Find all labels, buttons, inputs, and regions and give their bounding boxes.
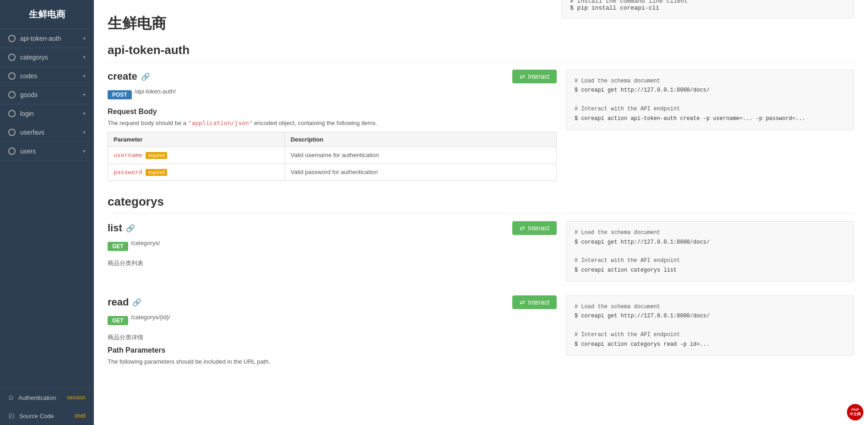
endpoint-path-text-read: /categorys/{id}/	[131, 314, 170, 321]
json-type: "application/json"	[188, 120, 253, 126]
code-icon: ⟨/⟩	[8, 412, 15, 420]
endpoint-title-list: list 🔗	[108, 222, 135, 234]
nav-circle-icon	[8, 147, 16, 155]
bottom-item-badge: shell	[74, 413, 86, 419]
interact-label: Interact	[528, 299, 549, 306]
param-row: password required Valid password for aut…	[108, 164, 557, 181]
nav-circle-icon	[8, 91, 16, 98]
code-line: $ coreapi action api-token-auth create -…	[575, 114, 846, 123]
sidebar-item-codes[interactable]: codes ▾	[0, 67, 94, 86]
param-name-cell: password required	[108, 164, 285, 181]
person-icon: ⊙	[8, 394, 14, 401]
install-box: # Install the command line client $ pip …	[561, 0, 854, 18]
endpoint-left-list: list 🔗⇄Interact GET /categorys/ 商品分类列表	[108, 221, 557, 282]
endpoint-path-text-list: /categorys/	[131, 240, 160, 246]
endpoint-path-text-create: /api-token-auth/	[135, 88, 176, 95]
chevron-down-icon: ▾	[83, 148, 86, 154]
code-line: $ coreapi get http://127.0.0.1:8000/docs…	[575, 238, 846, 247]
sidebar-item-userfavs[interactable]: userfavs ▾	[0, 123, 94, 142]
bottom-item-label: Source Code	[19, 413, 54, 420]
sections-container: api-token-authcreate 🔗⇄Interact POST /ap…	[108, 43, 854, 370]
param-desc-cell: Valid username for authentication	[285, 147, 556, 164]
endpoint-read: read 🔗⇄Interact GET /categorys/{id}/ 商品分…	[108, 295, 854, 370]
nav-item-label: goods	[20, 91, 38, 98]
endpoint-right-list: # Load the schema document$ coreapi get …	[566, 221, 854, 282]
interact-label: Interact	[528, 224, 549, 232]
param-name: username	[114, 152, 142, 158]
sidebar-item-api-token-auth[interactable]: api-token-auth ▾	[0, 29, 94, 48]
code-line: $ coreapi action categorys list	[575, 266, 846, 275]
code-line: # Interact with the API endpoint	[575, 330, 846, 339]
nav-circle-icon	[8, 129, 16, 136]
bottom-item-label: Authentication	[18, 394, 56, 401]
nav-item-label: login	[20, 110, 34, 117]
method-badge-read: GET	[108, 316, 128, 325]
chevron-down-icon: ▾	[83, 73, 86, 79]
code-line: # Load the schema document	[575, 228, 846, 237]
path-params-title: Path Parameters	[108, 346, 557, 354]
request-body-title: Request Body	[108, 108, 557, 116]
nav-item-label: categorys	[20, 54, 48, 61]
link-icon: 🔗	[141, 72, 150, 81]
link-icon: 🔗	[132, 298, 141, 307]
endpoint-header-read: read 🔗⇄Interact	[108, 295, 557, 309]
endpoint-header-list: list 🔗⇄Interact	[108, 221, 557, 235]
sidebar-title: 生鲜电商	[0, 0, 94, 29]
params-table-create: Parameter Description username required …	[108, 132, 557, 181]
sidebar-item-users[interactable]: users ▾	[0, 142, 94, 161]
chevron-down-icon: ▾	[83, 54, 86, 60]
endpoint-list: list 🔗⇄Interact GET /categorys/ 商品分类列表# …	[108, 221, 854, 282]
endpoint-path-row-list: GET /categorys/	[108, 240, 557, 253]
chevron-down-icon: ▾	[83, 129, 86, 136]
code-line: # Load the schema document	[575, 302, 846, 311]
nav-item-label: api-token-auth	[20, 35, 61, 42]
endpoint-title-create: create 🔗	[108, 71, 150, 82]
sidebar-bottom: ⊙ Authentication session ⟨/⟩ Source Code…	[0, 388, 94, 425]
endpoint-desc-read: 商品分类详情	[108, 333, 557, 342]
sidebar-bottom-authentication[interactable]: ⊙ Authentication session	[0, 388, 94, 407]
endpoint-name: read	[108, 296, 129, 308]
endpoint-name: list	[108, 222, 122, 234]
endpoint-path-row-read: GET /categorys/{id}/	[108, 314, 557, 327]
sidebar-item-goods[interactable]: goods ▾	[0, 86, 94, 104]
nav-circle-icon	[8, 54, 16, 61]
param-row: username required Valid username for aut…	[108, 147, 557, 164]
endpoint-title-read: read 🔗	[108, 296, 141, 308]
bottom-item-badge: session	[67, 394, 86, 401]
required-badge: required	[146, 152, 167, 159]
interact-icon: ⇄	[520, 224, 525, 232]
path-params-desc: The following parameters should be inclu…	[108, 358, 557, 365]
interact-icon: ⇄	[520, 73, 525, 80]
code-line: $ coreapi get http://127.0.0.1:8000/docs…	[575, 86, 846, 95]
code-blank-line	[575, 95, 846, 104]
code-box-read: # Load the schema document$ coreapi get …	[566, 295, 854, 356]
code-line: # Load the schema document	[575, 76, 846, 86]
nav-item-label: userfavs	[20, 129, 44, 136]
chevron-down-icon: ▾	[83, 92, 86, 98]
code-blank-line	[575, 321, 846, 330]
chevron-down-icon: ▾	[83, 110, 86, 117]
sidebar-bottom-source-code[interactable]: ⟨/⟩ Source Code shell	[0, 407, 94, 425]
method-badge-list: GET	[108, 242, 128, 251]
endpoint-left-read: read 🔗⇄Interact GET /categorys/{id}/ 商品分…	[108, 295, 557, 370]
endpoint-right-read: # Load the schema document$ coreapi get …	[566, 295, 854, 370]
interact-icon: ⇄	[520, 299, 525, 306]
install-line2: $ pip install coreapi-cli	[570, 5, 846, 11]
code-box-create: # Load the schema document$ coreapi get …	[566, 70, 854, 130]
sidebar: 生鲜电商 api-token-auth ▾ categorys ▾ codes …	[0, 0, 94, 425]
main-content: # Install the command line client $ pip …	[94, 0, 868, 425]
code-line: # Interact with the API endpoint	[575, 104, 846, 114]
code-box-list: # Load the schema document$ coreapi get …	[566, 221, 854, 282]
nav-circle-icon	[8, 110, 16, 117]
endpoint-header-create: create 🔗⇄Interact	[108, 70, 557, 83]
interact-btn-read[interactable]: ⇄Interact	[512, 295, 557, 309]
php-badge-text: PHP中文网	[850, 408, 861, 416]
sidebar-item-categorys[interactable]: categorys ▾	[0, 48, 94, 67]
sidebar-item-login[interactable]: login ▾	[0, 104, 94, 123]
interact-btn-list[interactable]: ⇄Interact	[512, 221, 557, 235]
interact-btn-create[interactable]: ⇄Interact	[512, 70, 557, 83]
endpoint-path-row-create: POST /api-token-auth/	[108, 88, 557, 101]
section-title-api-token-auth: api-token-auth	[108, 43, 854, 62]
section-categorys: categoryslist 🔗⇄Interact GET /categorys/…	[108, 195, 854, 370]
php-badge[interactable]: PHP中文网	[847, 404, 863, 420]
